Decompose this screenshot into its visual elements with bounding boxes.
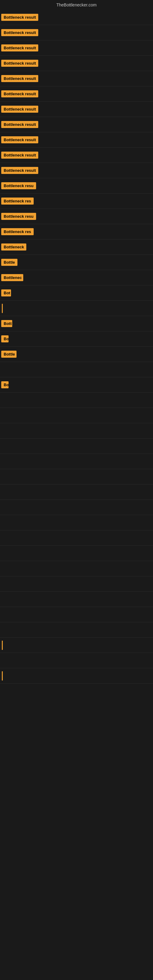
- list-item: [0, 500, 153, 515]
- list-item: [0, 423, 153, 439]
- list-item: Bottleneck result: [0, 117, 153, 132]
- list-item: [0, 408, 153, 423]
- list-item: Bottleneck result: [0, 10, 153, 25]
- list-item: [0, 546, 153, 561]
- bottleneck-result-badge: Bottleneck res: [1, 228, 33, 235]
- list-item: Bottleneck result: [0, 102, 153, 117]
- bottleneck-result-badge: Bottleneck result: [1, 106, 38, 113]
- bottleneck-result-badge: Bottleneck result: [1, 136, 38, 143]
- list-item: Bottle: [0, 255, 153, 270]
- list-item: Bottleneck result: [0, 148, 153, 163]
- bottleneck-result-badge: Bottleneck result: [1, 167, 38, 174]
- bottleneck-result-badge: Bot: [1, 290, 11, 296]
- list-item: [0, 668, 153, 684]
- list-item: Bottleneck result: [0, 86, 153, 102]
- vertical-line-indicator: [2, 671, 3, 681]
- list-item: [0, 638, 153, 653]
- site-title: TheBottlenecker.com: [0, 0, 153, 10]
- list-item: Bottlenec: [0, 270, 153, 285]
- list-item: Bo: [0, 377, 153, 393]
- list-item: Bottleneck result: [0, 56, 153, 71]
- bottleneck-result-badge: Bottleneck result: [1, 151, 38, 159]
- list-item: [0, 485, 153, 500]
- list-item: [0, 454, 153, 469]
- bottleneck-result-badge: Bottle: [1, 259, 18, 266]
- list-item: [0, 530, 153, 546]
- list-item: [0, 301, 153, 316]
- vertical-line-indicator: [2, 304, 3, 313]
- list-item: [0, 393, 153, 408]
- bottleneck-result-badge: Bott: [1, 320, 12, 327]
- list-item: Bo: [0, 331, 153, 347]
- list-item: Bottleneck res: [0, 194, 153, 209]
- list-item: [0, 469, 153, 485]
- list-item: [0, 515, 153, 530]
- list-item: Bottle: [0, 347, 153, 362]
- list-item: Bottleneck resu: [0, 178, 153, 194]
- bottleneck-result-badge: Bottleneck result: [1, 60, 38, 67]
- list-item: Bottleneck res: [0, 224, 153, 240]
- list-item: [0, 362, 153, 377]
- bottleneck-result-badge: Bottlenec: [1, 274, 23, 281]
- list-item: [0, 622, 153, 638]
- list-item: Bot: [0, 285, 153, 301]
- bottleneck-result-badge: Bottle: [1, 351, 16, 358]
- bottleneck-result-badge: Bo: [1, 381, 9, 388]
- list-item: Bottleneck result: [0, 163, 153, 178]
- bottleneck-result-badge: Bottleneck result: [1, 14, 38, 21]
- bottleneck-result-badge: Bottleneck resu: [1, 182, 36, 189]
- vertical-line-indicator: [2, 641, 3, 650]
- bottleneck-result-badge: Bottleneck result: [1, 45, 38, 51]
- list-item: [0, 592, 153, 607]
- list-item: [0, 653, 153, 668]
- list-item: Bottleneck result: [0, 25, 153, 40]
- bottleneck-result-badge: Bottleneck res: [1, 197, 33, 205]
- list-item: Bottleneck resu: [0, 209, 153, 224]
- bottleneck-result-badge: Bo: [1, 335, 9, 342]
- bottleneck-result-badge: Bottleneck resu: [1, 213, 36, 220]
- list-item: [0, 576, 153, 592]
- bottleneck-result-badge: Bottleneck result: [1, 75, 38, 82]
- bottleneck-result-badge: Bottleneck result: [1, 121, 38, 128]
- list-item: Bott: [0, 316, 153, 331]
- bottleneck-result-badge: Bottleneck: [1, 243, 26, 250]
- list-item: [0, 607, 153, 622]
- list-item: Bottleneck: [0, 240, 153, 255]
- list-item: Bottleneck result: [0, 40, 153, 56]
- list-item: [0, 439, 153, 454]
- list-item: [0, 561, 153, 576]
- list-item: Bottleneck result: [0, 132, 153, 148]
- bottleneck-result-badge: Bottleneck result: [1, 90, 38, 97]
- bottleneck-result-badge: Bottleneck result: [1, 29, 38, 36]
- list-item: Bottleneck result: [0, 71, 153, 86]
